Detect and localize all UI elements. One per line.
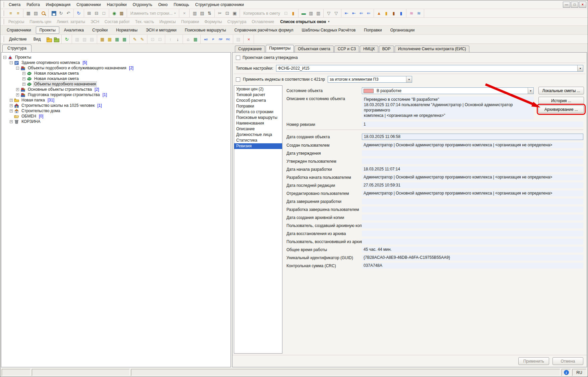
search-icon[interactable] (40, 10, 47, 16)
summary-icon[interactable]: ▦ (192, 36, 199, 43)
excel-export-icon[interactable]: ▦ (25, 10, 32, 16)
chevron-down-icon[interactable]: ▼ (406, 76, 412, 82)
tree-item[interactable]: +Новая локальная смета (2, 71, 230, 76)
tree-item-label[interactable]: Объекты подсобного назначения (34, 82, 96, 86)
tree-item-label[interactable]: Основные объекты строительства (27, 87, 92, 92)
move-down-icon[interactable]: ↓ (174, 36, 181, 43)
approved-checkbox[interactable] (236, 56, 240, 60)
category-item-4[interactable]: Работа со строками (234, 109, 282, 115)
workspace-tab-3[interactable]: Стройки (88, 26, 111, 34)
tree-item-label[interactable]: Новая локальная смета (34, 76, 79, 81)
tree-item[interactable]: +Строительство школы на 1025 человек[1] (2, 103, 230, 108)
tree-expander[interactable]: − (3, 56, 6, 59)
menu-item-1[interactable]: Работа (23, 1, 43, 8)
object-tab-2[interactable]: Объектная смета (295, 46, 334, 52)
action-menu-0[interactable]: Действие (6, 36, 30, 43)
level-up-icon[interactable]: ⇤ (343, 10, 350, 16)
category-item-1[interactable]: Типовой расчет (234, 92, 282, 98)
workspace-tab-9[interactable]: Поправки (360, 26, 385, 34)
delete-x-icon[interactable]: × (181, 10, 188, 16)
tree-item-label[interactable]: КОРЗИНА (21, 119, 41, 124)
filter-clear-icon[interactable]: ▽ (333, 10, 339, 16)
pdf-export-icon[interactable]: ▤ (32, 10, 39, 16)
tree-item-label[interactable]: Здание спортивного комплекса (21, 60, 80, 65)
tree-item[interactable]: +Основные объекты строительства[2] (2, 87, 230, 92)
object-tab-6[interactable]: Исполнение Сметы контракта (ЕИС) (395, 46, 469, 52)
r-icon[interactable]: Р (210, 36, 216, 43)
globe-icon[interactable]: ◉ (111, 10, 118, 16)
object-tab-3[interactable]: ССР и СЗ (334, 46, 360, 52)
category-item-9[interactable]: Статистика (234, 138, 282, 143)
tree-expander[interactable]: + (22, 77, 25, 80)
history-button[interactable]: История ... (538, 97, 584, 104)
tree-expander[interactable]: + (16, 93, 19, 96)
level-left2-icon[interactable]: ⇐ (365, 10, 372, 16)
undo-icon[interactable]: ↶ (65, 10, 72, 16)
tree-item-label[interactable]: ОБМЕН (21, 114, 37, 119)
price-book-icon[interactable]: ▬ (300, 10, 307, 16)
workspace-tab-8[interactable]: Шаблоны Сводных Расчётов (298, 26, 359, 34)
pr-icon[interactable]: ПР (217, 36, 224, 43)
insert-subsection-icon[interactable]: ⊟ (93, 10, 100, 16)
workspace-tab-7[interactable]: Справочник расчётных формул (231, 26, 297, 34)
tree-add-icon[interactable]: ≡ (15, 10, 21, 16)
category-item-3[interactable]: Поправки (234, 103, 282, 109)
resources-icon[interactable]: ▲ (376, 10, 382, 16)
layers-pink-icon[interactable]: ≋ (408, 10, 415, 16)
tree-expander[interactable]: + (22, 83, 25, 86)
tree-expander[interactable]: − (10, 61, 13, 64)
tree-item-label[interactable]: Новая локальная смета (34, 71, 79, 76)
tree-expander[interactable]: + (22, 72, 25, 75)
price-p-icon[interactable]: ▥ (308, 10, 314, 16)
language-indicator[interactable]: RU (572, 369, 586, 376)
tree-item[interactable]: +Объекты подсобного назначения (2, 81, 230, 87)
close-red-icon[interactable]: × (245, 36, 252, 43)
level-left-icon[interactable]: ⇐ (358, 10, 365, 16)
filter-icon[interactable]: ▽ (325, 10, 332, 16)
category-item-10[interactable]: Ревизия (234, 143, 282, 149)
tree-item[interactable]: +Новая папка[31] (2, 97, 230, 103)
bucket-icon[interactable]: ▮ (290, 10, 297, 16)
object-tab-5[interactable]: ВОР (379, 46, 394, 52)
tree-item[interactable]: +Подготовка территории строительства[1] (2, 92, 230, 97)
menu-item-8[interactable]: Структурные справочники (192, 1, 247, 8)
category-item-6[interactable]: Наименования (234, 121, 282, 126)
toolbar-grip[interactable] (2, 19, 4, 24)
tree-item-label[interactable]: Объекты подсобного и обслуживающего назн… (27, 66, 127, 70)
tree-item[interactable]: −Объекты подсобного и обслуживающего наз… (2, 65, 230, 71)
save-icon[interactable] (50, 10, 57, 16)
folder-open-icon[interactable] (53, 36, 60, 43)
paste-icon[interactable]: ▣ (231, 10, 238, 16)
new-folder-badge-icon[interactable]: ▦ (106, 36, 113, 43)
home-icon[interactable]: ⌂ (185, 36, 191, 43)
chevron-down-icon[interactable]: ▼ (577, 65, 583, 71)
refresh-icon[interactable]: ↻ (58, 10, 64, 16)
workspace-tab-0[interactable]: Справочники (3, 26, 35, 34)
category-item-7[interactable]: Описание (234, 126, 282, 132)
tree-expander[interactable]: − (16, 67, 19, 70)
indices-mode-combo[interactable]: за итогом к элементам ПЗ ▼ (328, 76, 412, 83)
materials-icon[interactable]: ▮ (390, 10, 397, 16)
open-windows-button[interactable]: Список открытых окон▾ (280, 19, 329, 24)
category-item-0[interactable]: Уровни цен (2) (234, 86, 282, 92)
tree-item-label[interactable]: Строительство школы на 1025 человек (21, 103, 95, 108)
tree-item-label[interactable]: Проекты (14, 55, 32, 60)
sync-lock-icon[interactable]: ↻ (75, 10, 82, 16)
tree-expander[interactable]: + (10, 99, 13, 102)
workspace-tab-2[interactable]: Аналитика (60, 26, 87, 34)
tree-expander[interactable]: + (16, 88, 19, 91)
menu-item-7[interactable]: Помощь (171, 1, 192, 8)
indices-421-checkbox[interactable] (236, 77, 240, 82)
menu-item-4[interactable]: Настройки (104, 1, 130, 8)
machines-icon[interactable]: ▮ (398, 10, 404, 16)
tree-expander[interactable]: + (10, 104, 13, 107)
toolbar-grip[interactable] (2, 36, 4, 42)
tree-item[interactable]: −Здание спортивного комплекса[5] (2, 60, 230, 65)
edit-object-icon[interactable]: ✎ (131, 36, 138, 43)
menu-item-6[interactable]: Окно (155, 1, 171, 8)
transport-icon[interactable]: ▮ (383, 10, 390, 16)
archiving-button[interactable]: Архивирование ... (538, 105, 584, 113)
ps-icon[interactable]: ПС (224, 36, 231, 43)
m2-icon[interactable]: м2 (202, 36, 209, 43)
category-item-5[interactable]: Поисковые маршруты (234, 115, 282, 121)
